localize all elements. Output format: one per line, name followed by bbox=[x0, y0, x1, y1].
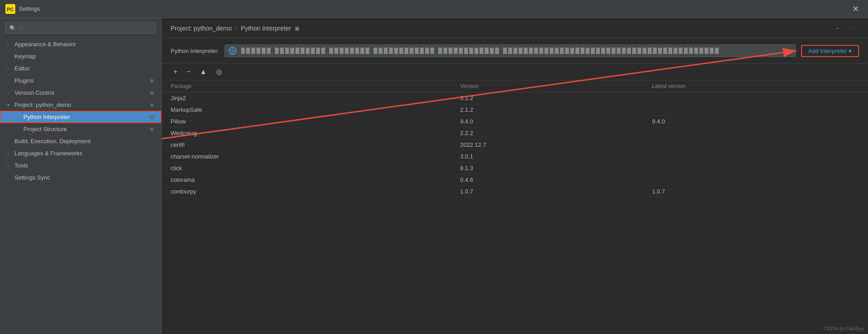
nav-forward-button[interactable]: → bbox=[846, 23, 859, 33]
search-input[interactable] bbox=[19, 25, 152, 31]
chevron-icon: › bbox=[7, 139, 12, 144]
main-layout: 🔍 ›Appearance & BehaviorKeymap›EditorPlu… bbox=[0, 18, 868, 334]
sidebar-item-python-interpreter[interactable]: Python Interpreter▣ bbox=[0, 111, 161, 123]
sidebar-item-plugins[interactable]: Plugins▣ bbox=[0, 75, 161, 87]
chevron-icon: › bbox=[7, 66, 12, 71]
sidebar-item-label: Keymap bbox=[14, 53, 154, 60]
package-table: Package Version Latest version Jinja2 3.… bbox=[162, 80, 868, 198]
sidebar-item-editor[interactable]: ›Editor bbox=[0, 62, 161, 75]
sidebar-badge: ▣ bbox=[150, 102, 154, 108]
cell-package: Werkzeug bbox=[162, 127, 451, 139]
sidebar: 🔍 ›Appearance & BehaviorKeymap›EditorPlu… bbox=[0, 18, 162, 334]
sidebar-item-label: Tools bbox=[14, 162, 154, 169]
watermark: CSDN @小斌哥ge bbox=[824, 325, 864, 332]
titlebar: PC Settings ✕ bbox=[0, 0, 868, 18]
show-button[interactable]: ◎ bbox=[213, 67, 225, 76]
sidebar-item-label: Project Structure bbox=[23, 126, 147, 132]
package-table-wrapper: Package Version Latest version Jinja2 3.… bbox=[162, 80, 868, 334]
cell-version: 2.2.2 bbox=[451, 127, 643, 139]
breadcrumb-project: Project: python_demo bbox=[171, 25, 232, 32]
cell-version: 8.1.3 bbox=[451, 163, 643, 174]
sidebar-item-label: Python Interpreter bbox=[23, 114, 147, 120]
titlebar-left: PC Settings bbox=[5, 4, 40, 14]
sidebar-item-build[interactable]: ›Build, Execution, Deployment bbox=[0, 135, 161, 147]
cell-latest: 1.0.7 bbox=[643, 186, 868, 198]
sidebar-item-settings-sync[interactable]: Settings Sync bbox=[0, 171, 161, 184]
sidebar-item-label: Editor bbox=[14, 65, 154, 72]
table-body: Jinja2 3.1.2 MarkupSafe 2.1.2 Pillow 9.4… bbox=[162, 92, 868, 198]
col-version: Version bbox=[451, 80, 643, 92]
sidebar-item-version-control[interactable]: ›Version Control▣ bbox=[0, 87, 161, 99]
titlebar-title: Settings bbox=[19, 5, 40, 12]
cell-latest bbox=[643, 151, 868, 163]
add-package-button[interactable]: + bbox=[171, 67, 180, 76]
sidebar-item-label: Build, Execution, Deployment bbox=[14, 138, 154, 145]
cell-version: 1.0.7 bbox=[451, 186, 643, 198]
table-row[interactable]: contourpy 1.0.7 1.0.7 bbox=[162, 186, 868, 198]
table-row[interactable]: Jinja2 3.1.2 bbox=[162, 92, 868, 104]
cell-latest bbox=[643, 104, 868, 116]
content-panel: Project: python_demo › Python Interprete… bbox=[162, 18, 868, 334]
move-up-button[interactable]: ▲ bbox=[197, 67, 210, 76]
close-button[interactable]: ✕ bbox=[849, 3, 863, 15]
breadcrumb-page-icon: ▣ bbox=[295, 25, 300, 31]
sidebar-item-project[interactable]: ▾Project: python_demo▣ bbox=[0, 99, 161, 111]
svg-text:PC: PC bbox=[7, 7, 13, 12]
cell-version: 2022.12.7 bbox=[451, 139, 643, 151]
table-row[interactable]: Pillow 9.4.0 9.4.0 bbox=[162, 116, 868, 127]
table-row[interactable]: MarkupSafe 2.1.2 bbox=[162, 104, 868, 116]
sidebar-item-languages[interactable]: ›Languages & Frameworks bbox=[0, 147, 161, 159]
interpreter-select[interactable]: ██████ ██████████ ████████ ████████████ … bbox=[225, 44, 796, 57]
cell-package: Jinja2 bbox=[162, 92, 451, 104]
col-package: Package bbox=[162, 80, 451, 92]
search-icon: 🔍 bbox=[9, 25, 16, 31]
chevron-icon: › bbox=[7, 42, 12, 47]
sidebar-item-label: Plugins bbox=[14, 77, 147, 84]
cell-package: MarkupSafe bbox=[162, 104, 451, 116]
cell-package: charset-normalizer bbox=[162, 151, 451, 163]
nav-back-button[interactable]: ← bbox=[832, 23, 845, 33]
cell-version: 0.4.6 bbox=[451, 174, 643, 186]
chevron-icon: › bbox=[7, 151, 12, 156]
cell-version: 9.4.0 bbox=[451, 116, 643, 127]
cell-latest bbox=[643, 174, 868, 186]
cell-latest: 9.4.0 bbox=[643, 116, 868, 127]
col-latest: Latest version bbox=[643, 80, 868, 92]
sidebar-badge: ▣ bbox=[150, 114, 154, 120]
sidebar-badge: ▣ bbox=[150, 90, 154, 96]
cell-version: 2.1.2 bbox=[451, 104, 643, 116]
breadcrumb-nav: ← → bbox=[832, 23, 859, 33]
sidebar-item-label: Settings Sync bbox=[14, 174, 154, 181]
cell-package: certifi bbox=[162, 139, 451, 151]
table-row[interactable]: charset-normalizer 3.0.1 bbox=[162, 151, 868, 163]
cell-latest bbox=[643, 92, 868, 104]
sidebar-item-tools[interactable]: ›Tools bbox=[0, 159, 161, 171]
sidebar-item-project-structure[interactable]: Project Structure▣ bbox=[0, 123, 161, 135]
chevron-icon: › bbox=[7, 163, 12, 168]
package-toolbar: + − ▲ ◎ bbox=[162, 64, 868, 80]
search-box[interactable]: 🔍 bbox=[5, 22, 156, 34]
app-icon: PC bbox=[5, 4, 15, 14]
sidebar-badge: ▣ bbox=[150, 126, 154, 132]
table-row[interactable]: click 8.1.3 bbox=[162, 163, 868, 174]
breadcrumb-page: Python Interpreter bbox=[241, 25, 291, 32]
cell-package: Pillow bbox=[162, 116, 451, 127]
cell-version: 3.0.1 bbox=[451, 151, 643, 163]
interpreter-label: Python Interpreter: bbox=[171, 48, 219, 54]
add-interpreter-button[interactable]: Add Interpreter ▾ bbox=[801, 45, 859, 57]
sidebar-item-appearance[interactable]: ›Appearance & Behavior bbox=[0, 38, 161, 50]
breadcrumb: Project: python_demo › Python Interprete… bbox=[162, 18, 868, 38]
sidebar-item-label: Languages & Frameworks bbox=[14, 150, 154, 157]
table-header: Package Version Latest version bbox=[162, 80, 868, 92]
remove-package-button[interactable]: − bbox=[184, 67, 193, 76]
cell-latest bbox=[643, 163, 868, 174]
sidebar-item-label: Appearance & Behavior bbox=[14, 41, 154, 48]
cell-package: contourpy bbox=[162, 186, 451, 198]
table-row[interactable]: colorama 0.4.6 bbox=[162, 174, 868, 186]
sidebar-badge: ▣ bbox=[150, 78, 154, 84]
table-row[interactable]: Werkzeug 2.2.2 bbox=[162, 127, 868, 139]
sidebar-item-label: Version Control bbox=[14, 89, 147, 96]
sidebar-item-keymap[interactable]: Keymap bbox=[0, 50, 161, 62]
interpreter-icon bbox=[229, 47, 237, 55]
table-row[interactable]: certifi 2022.12.7 bbox=[162, 139, 868, 151]
